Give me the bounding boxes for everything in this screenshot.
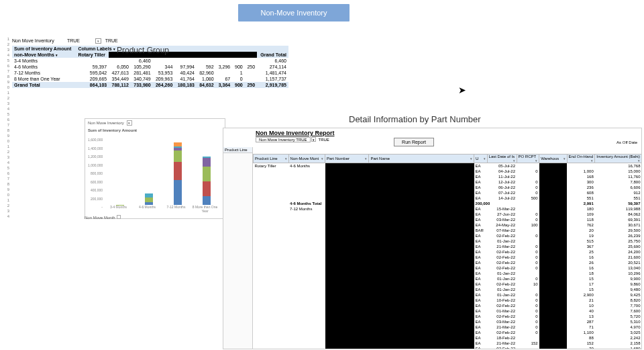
report-row: EA07-Jul-220608912 [254, 190, 642, 195]
report-row: EA06-Jul-2202366,606 [254, 185, 642, 190]
report-row: EA03-Mar-22011869,391 [254, 217, 642, 222]
report-row: EA21-Mar-22036725,690 [254, 244, 642, 249]
report-row: EA01-Jan-2251525,750 [254, 238, 642, 244]
report-row: EA02-Feb-2201621,600 [254, 255, 642, 260]
report-row: EA01-Jan-220159,900 [254, 276, 642, 281]
report-col[interactable]: Last Date of Is▾ [487, 155, 517, 163]
chart-plot-area [104, 138, 219, 205]
chart: Non Move Inventory▾ Sum of Inventory Amo… [85, 118, 225, 219]
slicer-value2: TRUE [105, 38, 118, 43]
report-row: EA18-Feb-22882,242 [254, 335, 642, 341]
as-of-label: As Off Date [616, 140, 637, 144]
slicer-label: Non Move Inventory [12, 38, 66, 43]
report-row: EA02-Feb-2201613,040 [254, 265, 642, 271]
cursor-icon: ➤ [458, 85, 466, 95]
report-title: Non Move Inventory Report [223, 128, 641, 136]
report-row: EA02-Feb-2202620,521 [254, 260, 642, 265]
report-row: EA14-Jul-22500551551 [254, 195, 642, 201]
report-row: EA01-Mar-220407,600 [254, 308, 642, 314]
report-row: EA02-Feb-2202524,200 [254, 249, 642, 255]
report-row: EA04-Jul-2201,00015,000 [254, 169, 642, 174]
report-row: EA21-Mar-221521522,158 [254, 341, 642, 346]
report-row: EA10-Feb-220218,820 [254, 298, 642, 303]
pivot-row-label: 3-4 Months [12, 58, 76, 64]
slicer-dropdown[interactable]: ▾ [95, 38, 101, 44]
report-row: 7-12 MonthsEA15-Mar-22180119,988 [254, 206, 642, 212]
report-row: EA02-Feb-220107,700 [254, 303, 642, 308]
report-col[interactable]: Non-Move Mont▾ [288, 155, 325, 163]
pivot-row-label: 7-12 Months [12, 70, 76, 76]
report-col[interactable]: PO RCPT▾ [517, 155, 539, 163]
report-grid: Product Line▾Non-Move Mont▾Part Number▾P… [253, 154, 642, 349]
report-row: EA21-Mar-220714,970 [254, 324, 642, 330]
pivot-row-label: 4-6 Months [12, 64, 76, 70]
report-side-panel: Product Line [223, 147, 253, 349]
report-row: EA03-Mar-2202875,310 [254, 319, 642, 324]
detail-heading: Detail Information by Part Number [349, 114, 481, 124]
page-tag: Non-Move Inventory [238, 4, 350, 21]
report-row: EA02-Feb-2201926,239 [254, 233, 642, 238]
chart-y-axis: 1,600,0001,400,0001,200,0001,000,000800,… [88, 138, 103, 214]
report-row: EA02-Feb-2210179,860 [254, 281, 642, 287]
report-row: BAR07-Mar-222029,500 [254, 228, 642, 233]
report-row: EA02-Feb-22701,680 [254, 346, 642, 349]
report-col[interactable]: End On-Hand▾ [567, 155, 595, 163]
report-row: EA24-May-2210076230,671 [254, 222, 642, 228]
pivot-row-header[interactable]: Sum of Inventory Amount [12, 46, 76, 52]
chart-footer: Non Move Month [85, 215, 121, 220]
pivot-col-header[interactable]: Column Labels ▾ [76, 46, 288, 52]
report-col[interactable]: Product Line▾ [254, 155, 289, 163]
pivot-row-label: 8 More than One Year [12, 76, 76, 82]
report-col[interactable]: Part Number▾ [325, 155, 369, 163]
chart-filter-label: Non Move Inventory [88, 121, 124, 125]
report-col[interactable]: Warehous▾ [539, 155, 567, 163]
filter-icon[interactable] [117, 215, 121, 219]
pivot-slicer: Non Move Inventory TRUE ▾ TRUE [12, 38, 288, 46]
report-row: EA01-Jan-22159,480 [254, 287, 642, 292]
slicer-value: TRUE [67, 38, 94, 43]
report-filter-dropdown[interactable]: ▾ [311, 137, 316, 142]
report-row: EA11-Jul-2216811,760 [254, 174, 642, 179]
filter-icon[interactable]: ▾ [127, 120, 132, 126]
report-row: EA27-Jun-22010984,062 [254, 212, 642, 217]
report-row: Rotary Tiller4-6 MonthsEA05-Jul-2216,768 [254, 163, 642, 169]
chart-title: Sum of Inventory Amount [85, 127, 225, 134]
detail-report: Non Move Inventory Report Non Move Inven… [223, 128, 642, 349]
report-row: EA01-Jan-2202,9009,425 [254, 292, 642, 298]
report-row: EA02-Feb-220135,720 [254, 314, 642, 319]
report-row: EA12-Jul-2203007,800 [254, 179, 642, 185]
report-row: EA01-Jan-221810,296 [254, 271, 642, 276]
chart-x-axis: 3-4 Months4-6 Months7-12 Months8 More th… [104, 205, 219, 213]
pivot-gt-col: Grand Total [257, 52, 288, 58]
pivot-title: Product Group [117, 46, 169, 55]
report-col[interactable]: Part Name▾ [369, 155, 474, 163]
pivot-col-1: Rotary Tiller [76, 52, 109, 58]
side-header: Product Line [223, 147, 252, 153]
report-col[interactable]: Inventory Amount (Baht)▾ [595, 155, 642, 163]
run-report-button[interactable]: Run Report [394, 138, 434, 146]
pivot-row-field[interactable]: non-Move Months ▾ [12, 52, 76, 58]
report-col[interactable]: U▾ [474, 155, 487, 163]
row-numbers: 1234567890123456789012345678901234 [3, 36, 9, 219]
report-row: EA02-Feb-2201,1003,025 [254, 330, 642, 335]
